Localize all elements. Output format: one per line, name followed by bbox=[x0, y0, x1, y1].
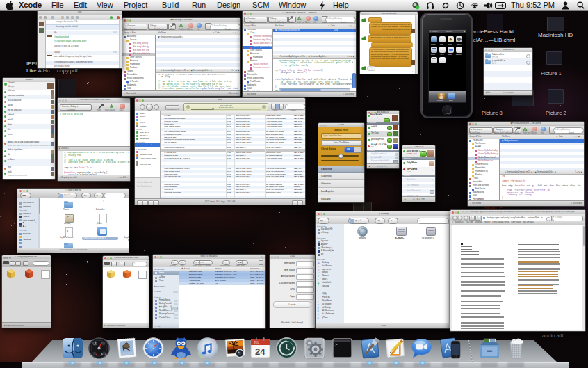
svg-text:24: 24 bbox=[255, 346, 266, 357]
svg-text:>_: >_ bbox=[335, 342, 341, 347]
svg-text:JUL: JUL bbox=[254, 341, 259, 344]
